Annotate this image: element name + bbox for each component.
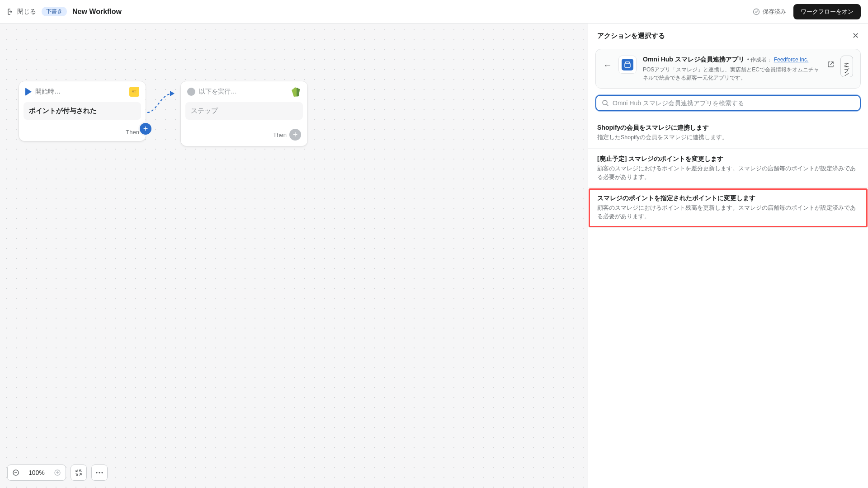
action-desc: 顧客のスマレジにおけるポイント残高を更新します。スマレジの店舗毎のポイントが設定… — [597, 204, 859, 221]
action-item[interactable]: Shopifyの会員をスマレジに連携します 指定したShopifyの会員をスマレ… — [588, 117, 868, 149]
app-icon: 🎫 — [129, 87, 139, 97]
node-body: ステップ — [185, 102, 303, 120]
play-icon — [25, 88, 32, 96]
then-label: Then — [126, 129, 139, 136]
action-desc: 指定したShopifyの会員をスマレジに連携します。 — [597, 133, 859, 142]
svg-point-4 — [99, 472, 100, 473]
draft-badge: 下書き — [42, 7, 67, 16]
app-card: ← Omni Hub スマレジ会員連携アプリ • 作成者： Feedforce … — [595, 49, 861, 89]
action-list: Shopifyの会員をスマレジに連携します 指定したShopifyの会員をスマレ… — [588, 117, 868, 488]
step-dot-icon — [187, 88, 195, 96]
close-label: 閉じる — [17, 8, 36, 16]
search-icon — [602, 99, 609, 107]
action-title: スマレジのポイントを指定されたポイントに変更します — [597, 194, 859, 202]
svg-point-5 — [101, 472, 103, 473]
node-body: ポイントが付与された — [24, 102, 141, 120]
dots-icon — [96, 472, 103, 474]
fit-view-button[interactable] — [71, 465, 87, 481]
minus-circle-icon — [13, 469, 19, 476]
shopify-icon — [291, 87, 301, 97]
add-step-button[interactable]: + — [289, 129, 301, 141]
enable-workflow-button[interactable]: ワークフローをオン — [793, 4, 861, 19]
node-header-label: 以下を実行… — [199, 88, 288, 96]
app-description: POSアプリ「スマレジ」と連携し、実店舗とECで会員情報をオムニチャネルで統合で… — [643, 66, 821, 82]
open-app-button[interactable]: オープン — [840, 56, 853, 77]
zoom-out-button[interactable] — [8, 465, 24, 480]
check-circle-icon — [753, 8, 760, 15]
back-button[interactable]: ← — [603, 56, 612, 70]
close-button[interactable]: 閉じる — [7, 8, 36, 16]
node-header-label: 開始時… — [35, 88, 126, 96]
panel-title: アクションを選択する — [597, 32, 665, 40]
action-panel: アクションを選択する ✕ ← Omni Hub スマレジ会員連携アプリ • 作成… — [588, 23, 868, 488]
more-options-button[interactable] — [91, 465, 108, 481]
exit-icon — [7, 8, 14, 15]
svg-rect-6 — [625, 64, 630, 67]
external-link-button[interactable] — [827, 56, 834, 68]
add-step-button[interactable]: + — [140, 123, 151, 135]
app-icon — [618, 56, 637, 74]
connector-line — [147, 89, 181, 117]
then-label: Then — [273, 131, 287, 138]
action-item[interactable]: [廃止予定] スマレジのポイントを変更します 顧客のスマレジにおけるポイントを差… — [588, 149, 868, 188]
workflow-canvas[interactable]: 開始時… 🎫 ポイントが付与された Then + 以下を実行… ステップ — [0, 23, 588, 488]
plus-circle-icon — [54, 469, 61, 476]
svg-point-0 — [754, 9, 760, 14]
author-link[interactable]: Feedforce Inc. — [774, 56, 809, 63]
canvas-toolbar: 100% — [7, 465, 108, 481]
author-prefix: 作成者： — [750, 56, 772, 63]
saved-label: 保存済み — [763, 8, 786, 16]
app-name: Omni Hub スマレジ会員連携アプリ — [643, 56, 745, 64]
action-node[interactable]: 以下を実行… ステップ Then + — [181, 81, 307, 146]
saved-status: 保存済み — [753, 8, 786, 16]
zoom-level: 100% — [24, 469, 49, 476]
action-title: [廃止予定] スマレジのポイントを変更します — [597, 155, 859, 163]
search-input[interactable] — [613, 99, 854, 107]
trigger-node[interactable]: 開始時… 🎫 ポイントが付与された Then + — [19, 81, 146, 141]
action-item[interactable]: スマレジのポイントを指定されたポイントに変更します 顧客のスマレジにおけるポイン… — [588, 188, 868, 228]
compress-icon — [75, 469, 82, 476]
workflow-title: New Workflow — [72, 8, 122, 16]
action-title: Shopifyの会員をスマレジに連携します — [597, 124, 859, 132]
search-box[interactable] — [595, 95, 861, 111]
store-icon — [624, 61, 631, 68]
external-link-icon — [827, 61, 834, 68]
action-desc: 顧客のスマレジにおけるポイントを差分更新します。スマレジの店舗毎のポイントが設定… — [597, 164, 859, 182]
zoom-in-button[interactable] — [49, 465, 66, 480]
close-panel-button[interactable]: ✕ — [852, 31, 859, 41]
app-header: 閉じる 下書き New Workflow 保存済み ワークフローをオン — [0, 0, 868, 23]
svg-point-3 — [96, 472, 97, 473]
